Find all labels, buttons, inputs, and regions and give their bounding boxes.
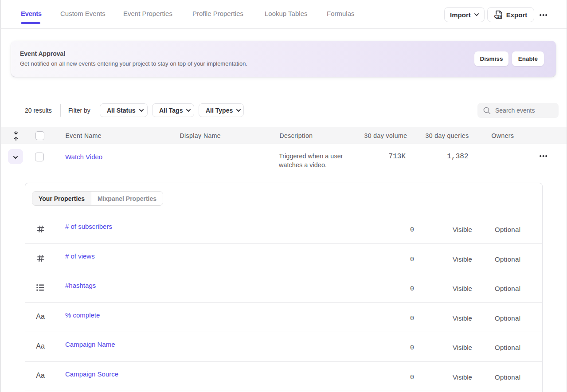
svg-text:CSV: CSV: [494, 14, 502, 19]
